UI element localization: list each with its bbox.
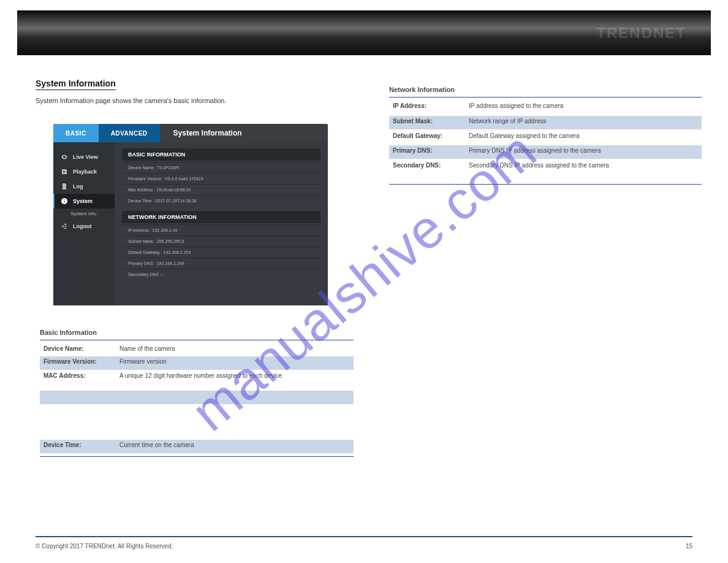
document-icon: [59, 183, 69, 190]
row-device-time: Device Time : 2017-07-29T14:18:36: [122, 195, 320, 206]
right-row-value: Default Gateway assigned to the camera: [469, 132, 696, 139]
right-row-label: IP Address:: [393, 102, 427, 109]
left-row-label: Device Name:: [44, 345, 84, 352]
embedded-ui-screenshot: BASIC ADVANCED System Information Live V…: [53, 124, 328, 305]
left-row-label: Firmware Version:: [44, 358, 97, 365]
left-row-label: MAC Address:: [44, 372, 86, 379]
brand-logo: TRENDNET: [596, 25, 686, 42]
left-row-value: A unique 12 digit hardware number assign…: [119, 372, 346, 379]
row-ip: IP Address : 192.168.1.43: [122, 224, 320, 236]
group-title-basic: BASIC INFORMATION: [122, 148, 320, 161]
left-row-value: Name of the camera: [119, 345, 346, 352]
sidebar-item-label: Playback: [73, 169, 97, 175]
left-row-mac: MAC Address: A unique 12 digit hardware …: [40, 370, 354, 390]
right-row-ip: IP Address: IP address assigned to the c…: [389, 101, 702, 114]
row-firmware: Firmware Version : V5.4.6 build 170424: [122, 173, 320, 184]
footer-rule: [36, 536, 692, 537]
right-table-rule: [389, 97, 702, 98]
page-header-band: TRENDNET: [17, 10, 711, 55]
right-row-value: IP address assigned to the camera: [469, 102, 696, 109]
svg-rect-2: [64, 199, 65, 200]
sidebar-item-live-view[interactable]: Live View: [53, 150, 115, 164]
left-table-title: Basic Information: [40, 329, 97, 337]
left-table-rule-bottom: [40, 456, 354, 457]
sidebar-item-label: Logout: [73, 223, 92, 229]
right-row-label: Default Gateway:: [393, 132, 442, 139]
row-dns2: Secondary DNS : -: [122, 269, 320, 280]
ui-main-panel: BASIC INFORMATION Device Name : TV-IP316…: [115, 142, 328, 305]
left-row-device-name: Device Name: Name of the camera: [40, 343, 354, 356]
play-icon: [59, 168, 69, 175]
left-row-device-time: Device Time: Current time on the camera: [40, 440, 354, 453]
right-table-rule-bottom: [389, 184, 702, 185]
ui-page-title: System Information: [160, 124, 328, 142]
right-row-label: Primary DNS:: [393, 147, 432, 154]
sidebar-sub-system-info[interactable]: System Info: [53, 209, 115, 219]
logout-icon: [59, 223, 69, 230]
footer-copyright: © Copyright 2017 TRENDnet. All Rights Re…: [36, 543, 173, 550]
group-title-network: NETWORK INFORMATION: [122, 211, 320, 223]
group-basic-info: BASIC INFORMATION Device Name : TV-IP316…: [122, 148, 320, 206]
right-row-value: Network range of IP address: [469, 118, 696, 124]
right-row-value: Secondary DNS IP address assigned to the…: [469, 162, 696, 169]
row-mac: Mac Address : 18:d8:ab:c8:98:2e: [122, 184, 320, 195]
left-table-rule: [40, 340, 354, 340]
row-gateway: Default Gateway : 192.168.2.254: [122, 247, 320, 258]
left-row-value: Current time on the camera: [119, 442, 346, 448]
sidebar-item-logout[interactable]: Logout: [53, 219, 115, 234]
sidebar-item-log[interactable]: Log: [53, 179, 115, 194]
group-network-info: NETWORK INFORMATION IP Address : 192.168…: [122, 211, 320, 280]
footer-page-number: 15: [686, 543, 692, 550]
info-icon: [59, 197, 69, 205]
row-dns1: Primary DNS : 192.168.1.249: [122, 258, 320, 269]
right-row-dns1: Primary DNS: Primary DNS IP address assi…: [389, 145, 702, 159]
right-row-label: Subnet Mask:: [393, 118, 433, 124]
right-row-gateway: Default Gateway: Default Gateway assigne…: [389, 131, 702, 144]
left-row-mac-shade: [40, 391, 354, 404]
tab-advanced[interactable]: ADVANCED: [99, 124, 160, 142]
tab-basic[interactable]: BASIC: [53, 124, 99, 142]
sidebar-item-label: Log: [73, 183, 83, 190]
sidebar-item-label: System: [73, 198, 93, 204]
eye-icon: [59, 153, 69, 161]
section-intro: System Information page shows the camera…: [36, 97, 342, 104]
sidebar-item-label: Live View: [73, 154, 98, 160]
right-row-label: Secondary DNS:: [393, 162, 441, 169]
left-row-value: Firmware version: [119, 358, 346, 365]
section-title: System Information: [36, 79, 116, 90]
right-row-value: Primary DNS IP address assigned to the c…: [469, 147, 696, 154]
ui-sidebar: Live View Playback Log System System Inf…: [53, 142, 115, 305]
left-row-label: Device Time:: [44, 442, 82, 448]
left-spacer: [40, 405, 354, 439]
left-row-firmware: Firmware Version: Firmware version: [40, 356, 354, 370]
row-device-name: Device Name : TV-IP316PI: [122, 162, 320, 173]
ui-topbar: BASIC ADVANCED System Information: [53, 124, 328, 142]
right-row-dns2: Secondary DNS: Secondary DNS IP address …: [389, 160, 702, 182]
right-row-mask: Subnet Mask: Network range of IP address: [389, 116, 702, 129]
row-mask: Subnet Mask : 255.255.255.0: [122, 236, 320, 247]
sidebar-item-playback[interactable]: Playback: [53, 164, 115, 179]
sidebar-item-system[interactable]: System: [53, 194, 115, 209]
ui-body: Live View Playback Log System System Inf…: [53, 142, 328, 305]
svg-rect-1: [64, 201, 65, 203]
right-table-title: Network Information: [389, 86, 455, 93]
